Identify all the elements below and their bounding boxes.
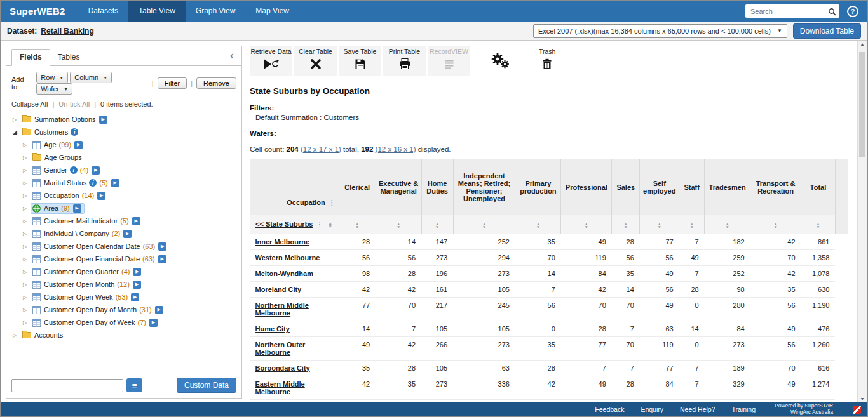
caret-collapsed-icon[interactable]: ▷ — [23, 320, 31, 326]
tree-item-label[interactable]: Summation Options — [34, 116, 96, 123]
caret-collapsed-icon[interactable]: ▷ — [23, 282, 31, 288]
column-header-self-employed[interactable]: Self employed — [640, 159, 679, 215]
sort-icon[interactable]: ▲▼ — [689, 222, 693, 228]
tree-item-customer-open-day-of-month[interactable]: ▷Customer Open Day of Month(31)▶ — [8, 303, 241, 316]
column-header-professional[interactable]: Professional — [561, 159, 612, 215]
tree-item-label[interactable]: Gender — [44, 166, 67, 174]
row-label-link[interactable]: Northern Middle Melbourne — [255, 301, 309, 317]
tree-item-marital-status[interactable]: ▷Marital Statusi(5)▶ — [8, 176, 241, 189]
cell-count-displayed-link[interactable]: (12 x 16 x 1) — [376, 145, 416, 153]
caret-collapsed-icon[interactable]: ▷ — [23, 307, 31, 313]
scrollbar-thumb[interactable] — [859, 52, 865, 157]
collapse-panel-icon[interactable]: ‹ — [230, 49, 234, 62]
caret-collapsed-icon[interactable]: ▷ — [23, 155, 31, 161]
column-header-home-duties[interactable]: Home Duties — [421, 159, 453, 215]
add-field-arrow-button[interactable]: ▶ — [149, 319, 158, 327]
tree-item-age[interactable]: ▷Age(99)▶ — [8, 138, 241, 151]
tree-item-label[interactable]: Customer Open Month — [44, 281, 114, 288]
add-field-arrow-button[interactable]: ▶ — [73, 204, 81, 213]
custom-data-button[interactable]: Custom Data — [177, 378, 236, 393]
row-label-link[interactable]: Moreland City — [255, 286, 302, 293]
tree-item-label[interactable]: Age — [44, 141, 57, 149]
caret-collapsed-icon[interactable]: ▷ — [13, 117, 21, 122]
footer-link-enquiry[interactable]: Enquiry — [641, 406, 663, 413]
add-field-arrow-button[interactable]: ▶ — [155, 306, 163, 314]
trash-button[interactable]: Trash — [539, 46, 555, 72]
tree-item-label[interactable]: Customer Open Day of Month — [44, 306, 137, 314]
settings-gear-button[interactable] — [490, 52, 510, 70]
add-field-arrow-button[interactable]: ▶ — [133, 268, 141, 276]
sort-cell-independent-means-retired-pensioner-unemployed[interactable]: ▲▼ — [453, 215, 515, 234]
add-to-select-row[interactable]: Row▼ — [36, 72, 68, 83]
caret-collapsed-icon[interactable]: ▷ — [23, 231, 31, 237]
row-label-link[interactable]: Eastern Middle Melbourne — [255, 380, 305, 395]
add-field-arrow-button[interactable]: ▶ — [97, 192, 105, 200]
tree-item-customer-open-financial-date[interactable]: ▷Customer Open Financial Date(63)▶ — [8, 253, 241, 265]
tree-item-gender[interactable]: ▷Genderi(4)▶ — [8, 164, 241, 176]
field-search-input[interactable] — [11, 379, 123, 392]
sort-icon[interactable]: ▲▼ — [773, 222, 777, 228]
nav-item-datasets[interactable]: Datasets — [78, 1, 128, 22]
tree-item-age-groups[interactable]: ▷Age Groups — [8, 151, 241, 164]
tree-item-label[interactable]: Accounts — [34, 331, 63, 339]
sort-cell-sales[interactable]: ▲▼ — [612, 215, 640, 234]
row-label-link[interactable]: Inner Melbourne — [255, 238, 310, 246]
tree-item-label[interactable]: Customers — [34, 128, 68, 136]
caret-collapsed-icon[interactable]: ▷ — [23, 180, 31, 186]
toolbar-print-table-button[interactable]: Print Table — [383, 46, 426, 76]
collapse-all-link[interactable]: Collapse All — [11, 100, 48, 108]
sort-cell-primary-production[interactable]: ▲▼ — [515, 215, 561, 234]
column-header-independent-means-retired-pensioner-unemployed[interactable]: Independent Means; Retired; Pensioner; U… — [453, 159, 515, 215]
toolbar-save-table-button[interactable]: Save Table — [339, 46, 381, 76]
tree-item-customer-open-month[interactable]: ▷Customer Open Month(12)▶ — [8, 278, 241, 291]
add-field-arrow-button[interactable]: ▶ — [158, 242, 166, 251]
tree-item-label[interactable]: Occupation — [44, 192, 79, 199]
filter-button[interactable]: Filter — [158, 77, 187, 89]
search-input[interactable] — [745, 4, 839, 18]
search-icon[interactable] — [828, 7, 836, 18]
footer-link-need-help[interactable]: Need Help? — [680, 406, 715, 413]
row-label-link[interactable]: Boroondara City — [255, 364, 310, 372]
info-icon[interactable]: i — [89, 179, 97, 187]
tree-item-customer-open-day-of-week[interactable]: ▷Customer Open Day of Week(7)▶ — [8, 316, 241, 329]
tree-item-label[interactable]: Customer Open Calendar Date — [44, 242, 140, 250]
column-header-total[interactable]: Total — [801, 159, 836, 215]
nav-item-graph-view[interactable]: Graph View — [186, 1, 245, 22]
tree-item-label[interactable]: Age Groups — [44, 154, 82, 161]
tree-item-area[interactable]: ▷Area(9)▶ — [8, 202, 241, 215]
sort-icon[interactable]: ▲▼ — [435, 222, 439, 228]
add-to-select-column[interactable]: Column▼ — [70, 72, 112, 83]
footer-link-training[interactable]: Training — [731, 406, 756, 413]
column-field-occupation[interactable]: Occupation⋮ — [250, 159, 339, 215]
toolbar-clear-table-button[interactable]: Clear Table — [294, 46, 337, 76]
add-field-arrow-button[interactable]: ▶ — [132, 217, 140, 225]
sort-icon[interactable]: ▲▼ — [482, 222, 486, 228]
tree-item-label[interactable]: Customer Mail Indicator — [44, 217, 118, 225]
caret-collapsed-icon[interactable]: ▷ — [23, 269, 31, 275]
caret-collapsed-icon[interactable]: ▷ — [23, 218, 31, 224]
row-label-link[interactable]: Northern Outer Melbourne — [255, 341, 306, 356]
tree-item-label[interactable]: Customer Open Week — [44, 293, 113, 301]
footer-link-feedback[interactable]: Feedback — [595, 406, 624, 413]
scroll-up-icon[interactable]: ▲ — [858, 42, 867, 46]
row-header-label[interactable]: << State Suburbs — [255, 220, 313, 228]
dataset-name-link[interactable]: Retail Banking — [41, 27, 93, 36]
nav-item-table-view[interactable]: Table View — [128, 1, 186, 22]
tree-item-summation-options[interactable]: ▷Summation Options▶ — [8, 113, 241, 126]
column-header-transport-recreation[interactable]: Transport & Recreation — [750, 159, 801, 215]
column-header-staff[interactable]: Staff — [679, 159, 705, 215]
add-field-arrow-button[interactable]: ▶ — [99, 116, 107, 124]
caret-collapsed-icon[interactable]: ▷ — [23, 256, 31, 262]
tree-item-customer-open-calendar-date[interactable]: ▷Customer Open Calendar Date(63)▶ — [8, 240, 241, 253]
row-label-link[interactable]: Melton-Wyndham — [255, 270, 313, 277]
tab-fields[interactable]: Fields — [11, 49, 50, 66]
add-field-arrow-button[interactable]: ▶ — [133, 281, 141, 289]
add-to-select-wafer[interactable]: Wafer▼ — [36, 83, 72, 95]
remove-button[interactable]: Remove — [196, 77, 236, 89]
column-menu-icon[interactable]: ⋮ — [329, 199, 336, 206]
add-field-arrow-button[interactable]: ▶ — [131, 293, 139, 301]
sort-icon[interactable]: ▲▼ — [397, 222, 400, 228]
caret-collapsed-icon[interactable]: ▷ — [23, 206, 31, 211]
tree-item-customers[interactable]: ◢Customersi — [8, 126, 241, 138]
tree-item-label[interactable]: Customer Open Financial Date — [44, 255, 140, 263]
